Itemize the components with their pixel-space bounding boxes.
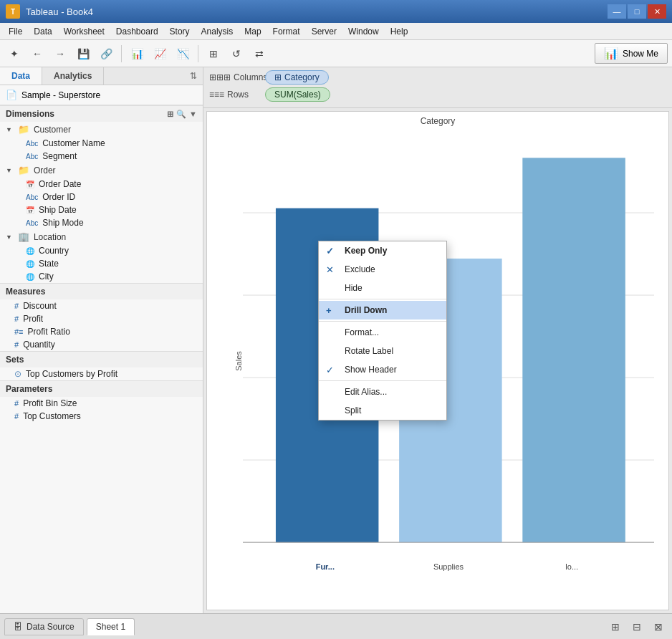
dimensions-search-icon[interactable]: 🔍	[176, 110, 186, 119]
customer-folder-icon: 📁	[18, 124, 29, 135]
sum-sales-pill-label: SUM(Sales)	[274, 90, 321, 100]
ctx-split[interactable]: Split	[319, 401, 446, 420]
toolbar-refresh-button[interactable]: ↺	[226, 44, 246, 64]
columns-text: Columns	[234, 72, 267, 82]
category-pill[interactable]: ⊞ Category	[265, 70, 329, 85]
toolbar-save-button[interactable]: 💾	[73, 44, 93, 64]
tab-analytics[interactable]: Analytics	[42, 67, 104, 85]
menu-data[interactable]: Data	[28, 25, 57, 38]
folder-order[interactable]: ▼ 📁 Order	[0, 163, 203, 178]
field-top-customers[interactable]: # Top Customers	[0, 410, 203, 423]
ctx-keep-only[interactable]: ✓ Keep Only	[319, 241, 446, 260]
menu-worksheet[interactable]: Worksheet	[58, 25, 110, 38]
field-discount[interactable]: # Discount	[0, 299, 203, 312]
dimensions-expand-icon[interactable]: ▼	[189, 110, 197, 119]
chart-area: Category Sales	[206, 111, 669, 610]
toolbar-swap-button[interactable]: ⇄	[249, 44, 269, 64]
globe-icon-country: 🌐	[26, 247, 34, 255]
toolbar-fit-button[interactable]: ⊞	[203, 44, 224, 64]
new-dashboard-button[interactable]: ⊠	[649, 618, 668, 635]
menu-map[interactable]: Map	[239, 25, 267, 38]
left-panel: Data Analytics ⇅ 📄 Sample - Superstore D…	[0, 67, 203, 613]
customer-folder-label: Customer	[34, 125, 71, 135]
new-sheet-button[interactable]: ⊞	[606, 618, 625, 635]
tab-sheet1[interactable]: Sheet 1	[87, 618, 135, 635]
ctx-drill-down[interactable]: + Drill Down	[319, 301, 446, 320]
toolbar-back-button[interactable]: ←	[27, 44, 47, 64]
sum-sales-pill[interactable]: SUM(Sales)	[265, 87, 330, 102]
menu-window[interactable]: Window	[342, 25, 385, 38]
ctx-sep-1	[319, 299, 446, 299]
ctx-sep-3	[319, 380, 446, 381]
measures-label: Measures	[6, 287, 45, 297]
toolbar-chart3-button[interactable]: 📉	[173, 44, 193, 64]
field-order-date[interactable]: 📅 Order Date	[0, 178, 203, 191]
tab-data-source[interactable]: 🗄 Data Source	[4, 618, 84, 635]
field-city[interactable]: 🌐 City	[0, 270, 203, 283]
context-menu: ✓ Keep Only ✕ Exclude Hide + Drill Down	[318, 241, 447, 421]
menu-file[interactable]: File	[3, 25, 28, 38]
field-top-customers-profit[interactable]: ⊙ Top Customers by Profit	[0, 367, 203, 380]
close-button[interactable]: ✕	[648, 4, 666, 19]
show-me-label: Show Me	[623, 49, 658, 59]
order-folder-label: Order	[34, 165, 56, 176]
cal-icon-orderdate: 📅	[26, 181, 34, 188]
toolbar-chart1-button[interactable]: 📊	[127, 44, 147, 64]
field-order-id[interactable]: Abc Order ID	[0, 191, 203, 203]
ctx-show-header-label: Show Header	[345, 365, 397, 375]
toolbar-new-button[interactable]: ✦	[4, 44, 24, 64]
minimize-button[interactable]: —	[608, 4, 626, 19]
columns-grid-icon: ⊞⊞⊞	[209, 72, 231, 82]
toolbar-chart2-button[interactable]: 📈	[150, 44, 170, 64]
order-folder-icon: 📁	[18, 165, 29, 176]
menu-help[interactable]: Help	[385, 25, 414, 38]
x-icon-exclude: ✕	[326, 264, 334, 275]
data-source[interactable]: 📄 Sample - Superstore	[0, 85, 203, 105]
menu-server[interactable]: Server	[306, 25, 342, 38]
order-date-label: Order Date	[39, 179, 81, 189]
profit-bin-size-label: Profit Bin Size	[23, 398, 77, 408]
field-ship-date[interactable]: 📅 Ship Date	[0, 203, 203, 216]
dimensions-grid-icon[interactable]: ⊞	[167, 110, 173, 119]
bar-technology[interactable]	[522, 158, 625, 542]
field-segment[interactable]: Abc Segment	[0, 150, 203, 163]
toolbar-datasource-button[interactable]: 🔗	[96, 44, 116, 64]
field-country[interactable]: 🌐 Country	[0, 244, 203, 257]
tab-data[interactable]: Data	[0, 67, 42, 85]
field-quantity[interactable]: # Quantity	[0, 338, 203, 351]
menu-story[interactable]: Story	[164, 25, 196, 38]
menu-analysis[interactable]: Analysis	[196, 25, 239, 38]
ctx-rotate-label[interactable]: Rotate Label	[319, 342, 446, 360]
window-controls: — □ ✕	[608, 4, 666, 19]
field-ship-mode[interactable]: Abc Ship Mode	[0, 216, 203, 229]
maximize-button[interactable]: □	[628, 4, 646, 19]
field-profit[interactable]: # Profit	[0, 312, 203, 325]
ctx-keep-only-label: Keep Only	[345, 246, 387, 256]
ctx-format[interactable]: Format...	[319, 323, 446, 342]
ctx-edit-alias[interactable]: Edit Alias...	[319, 383, 446, 401]
menu-dashboard[interactable]: Dashboard	[110, 25, 164, 38]
dimensions-header: Dimensions ⊞ 🔍 ▼	[0, 105, 203, 122]
field-state[interactable]: 🌐 State	[0, 257, 203, 270]
field-profit-ratio[interactable]: #≡ Profit Ratio	[0, 325, 203, 338]
menu-format[interactable]: Format	[267, 25, 306, 38]
check-icon-keeponly: ✓	[326, 246, 334, 256]
hash-icon-discount: #	[14, 302, 19, 310]
toolbar-forward-button[interactable]: →	[50, 44, 70, 64]
show-me-button[interactable]: 📊 Show Me	[595, 43, 668, 64]
folder-location[interactable]: ▼ 🏢 Location	[0, 229, 203, 244]
field-customer-name[interactable]: Abc Customer Name	[0, 137, 203, 150]
hash-icon-profitratio: #≡	[14, 327, 24, 336]
rows-row: ≡≡≡ Rows SUM(Sales)	[209, 87, 666, 102]
tabs-arrow[interactable]: ⇅	[184, 71, 203, 81]
columns-label: ⊞⊞⊞ Columns	[209, 72, 259, 82]
sheet1-tab-label: Sheet 1	[96, 622, 125, 632]
main-layout: Data Analytics ⇅ 📄 Sample - Superstore D…	[0, 67, 672, 613]
ctx-exclude[interactable]: ✕ Exclude	[319, 260, 446, 279]
ctx-show-header[interactable]: ✓ Show Header	[319, 360, 446, 379]
globe-icon-state: 🌐	[26, 260, 34, 268]
ctx-hide[interactable]: Hide	[319, 279, 446, 297]
folder-customer[interactable]: ▼ 📁 Customer	[0, 122, 203, 137]
field-profit-bin-size[interactable]: # Profit Bin Size	[0, 397, 203, 410]
duplicate-sheet-button[interactable]: ⊟	[628, 618, 646, 635]
